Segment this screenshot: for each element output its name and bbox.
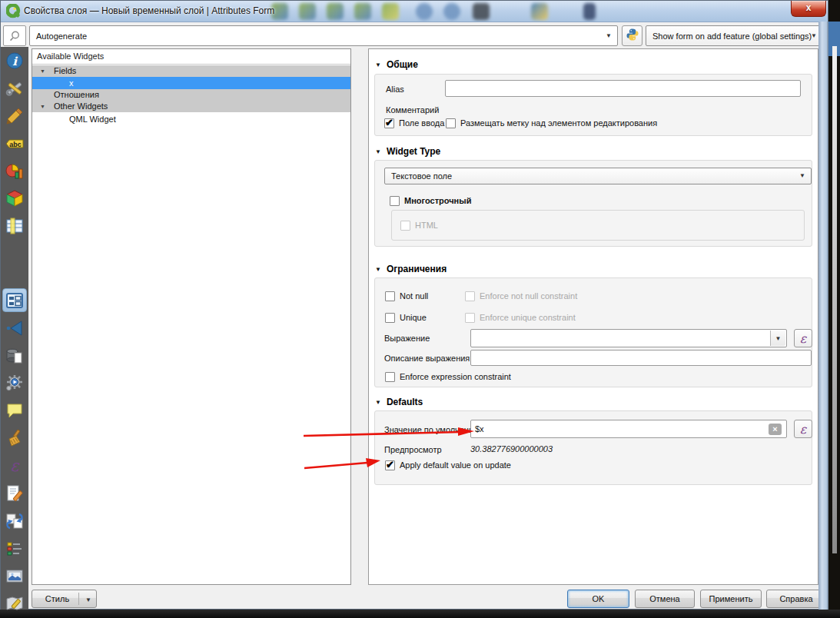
enforce-not-null-checkbox[interactable] xyxy=(465,291,475,301)
constraints-group: Not null Enforce not null constraint Uni… xyxy=(374,277,812,387)
defaults-group: Значение по умолчанию × ε Предпросмотр 3… xyxy=(374,410,812,485)
help-button[interactable]: Справка xyxy=(766,590,826,608)
section-title: Общие xyxy=(387,59,418,70)
style-button[interactable]: Стиль ▼ xyxy=(32,590,97,608)
combo-value: Autogenerate xyxy=(36,32,87,41)
default-expression-builder-button[interactable]: ε xyxy=(794,420,812,438)
expression-builder-button[interactable]: ε xyxy=(794,329,812,347)
enforce-unique-checkbox[interactable] xyxy=(465,313,475,323)
enforce-unique-label: Enforce unique constraint xyxy=(480,312,576,323)
enforce-not-null-label: Enforce not null constraint xyxy=(480,291,577,301)
server-icon[interactable] xyxy=(5,567,24,586)
collapse-arrow-icon: ▼ xyxy=(375,266,381,273)
titlebar-glass-blob xyxy=(583,3,596,20)
python-init-code-button[interactable] xyxy=(622,25,642,46)
expression-combo[interactable]: ▼ xyxy=(470,329,787,347)
unique-checkbox[interactable] xyxy=(385,313,395,323)
chevron-down-icon: ▼ xyxy=(799,172,805,179)
epsilon-icon: ε xyxy=(800,422,806,437)
tree-label: x xyxy=(69,78,74,88)
available-widgets-panel: Available Widgets ▼Fields x Отношения ▼O… xyxy=(32,48,351,585)
labels-icon[interactable]: abc xyxy=(5,135,24,153)
label-on-top-checkbox[interactable] xyxy=(446,118,456,128)
svg-text:abc: abc xyxy=(9,141,22,148)
apply-button[interactable]: Применить xyxy=(700,590,762,608)
fields-icon[interactable] xyxy=(5,217,24,235)
qgis-logo-icon xyxy=(6,4,21,18)
ok-button[interactable]: OK xyxy=(567,590,629,608)
source-icon[interactable] xyxy=(5,79,24,98)
variables-icon[interactable]: ε xyxy=(5,457,24,475)
joins-icon[interactable] xyxy=(5,319,24,337)
background-scrollbar xyxy=(832,46,837,553)
information-icon[interactable]: i xyxy=(5,52,24,70)
enforce-expression-label: Enforce expression constraint xyxy=(400,371,511,382)
html-checkbox[interactable] xyxy=(400,221,410,231)
widget-type-combo[interactable]: Текстовое поле ▼ xyxy=(384,168,812,184)
section-defaults-header[interactable]: ▼ Defaults xyxy=(375,396,423,408)
expression-label: Выражение xyxy=(384,333,430,344)
not-null-checkbox[interactable] xyxy=(385,291,395,301)
unique-label: Unique xyxy=(400,312,427,323)
button-label: Применить xyxy=(709,594,753,603)
tree-label: QML Widget xyxy=(69,115,116,124)
section-title: Ограничения xyxy=(387,264,447,274)
attributes-form-icon[interactable] xyxy=(5,291,24,310)
expand-arrow-icon[interactable]: ▼ xyxy=(40,65,45,77)
html-checkbox-label: HTML xyxy=(415,220,438,231)
symbology-icon[interactable] xyxy=(5,107,24,125)
tree-item-qml-widget[interactable]: QML Widget xyxy=(32,113,350,125)
tree-group-relations[interactable]: Отношения xyxy=(32,89,350,101)
label-on-top-checkbox-label: Размещать метку над элементом редактиров… xyxy=(460,118,657,128)
alias-input[interactable] xyxy=(445,80,801,97)
properties-filter-box[interactable] xyxy=(3,25,26,46)
tree-item-x[interactable]: x xyxy=(32,77,350,89)
not-null-label: Not null xyxy=(400,291,428,301)
titlebar: Свойства слоя — Новый временный слой | A… xyxy=(1,1,828,22)
actions-icon[interactable] xyxy=(5,374,24,392)
widget-type-group: Текстовое поле ▼ Многострочный HTML xyxy=(374,160,812,247)
search-icon xyxy=(8,30,21,45)
display-icon[interactable] xyxy=(5,401,24,420)
alias-label: Alias xyxy=(386,84,404,95)
collapse-arrow-icon: ▼ xyxy=(375,148,381,155)
tree-group-fields[interactable]: ▼Fields xyxy=(32,65,350,77)
section-general-header[interactable]: ▼ Общие xyxy=(375,58,418,71)
metadata-icon[interactable] xyxy=(5,484,24,503)
close-icon: x xyxy=(806,2,812,13)
diagrams-icon[interactable] xyxy=(5,162,24,181)
chevron-down-icon[interactable]: ▼ xyxy=(770,331,785,346)
titlebar-glass-blob xyxy=(382,3,399,20)
default-value-input[interactable] xyxy=(470,420,787,438)
button-label: Стиль xyxy=(45,594,69,603)
legend-icon[interactable] xyxy=(5,540,24,558)
titlebar-glass-blob xyxy=(354,3,371,20)
multiline-subgroup: HTML xyxy=(391,210,805,241)
editable-checkbox[interactable] xyxy=(384,118,394,128)
3d-view-icon[interactable] xyxy=(5,189,24,208)
titlebar-glass-blob xyxy=(473,3,490,20)
preview-label: Предпросмотр xyxy=(384,444,442,455)
apply-default-on-update-checkbox[interactable] xyxy=(385,460,395,470)
close-button[interactable]: x xyxy=(791,1,826,17)
cancel-button[interactable]: Отмена xyxy=(635,590,695,608)
layer-properties-dialog: Свойства слоя — Новый временный слой | A… xyxy=(0,0,828,610)
expression-description-input[interactable] xyxy=(470,350,812,366)
button-label: Справка xyxy=(779,594,812,603)
dependencies-icon[interactable] xyxy=(5,512,24,530)
titlebar-glass-blob xyxy=(327,3,344,20)
expand-arrow-icon[interactable]: ▼ xyxy=(40,101,45,112)
show-form-on-add-feature-combo[interactable]: Show form on add feature (global setting… xyxy=(646,25,823,46)
titlebar-glass-blob xyxy=(299,3,316,20)
rendering-icon[interactable] xyxy=(5,429,24,447)
multiline-checkbox[interactable] xyxy=(390,196,400,206)
tree-group-other-widgets[interactable]: ▼Other Widgets xyxy=(32,101,350,112)
auxiliary-storage-icon[interactable] xyxy=(5,347,24,365)
section-widget-type-header[interactable]: ▼ Widget Type xyxy=(375,145,440,158)
enforce-expression-checkbox[interactable] xyxy=(385,372,395,382)
tree-label: Other Widgets xyxy=(54,101,108,111)
attribute-editor-layout-combo[interactable]: Autogenerate ▼ xyxy=(29,25,618,46)
section-constraints-header[interactable]: ▼ Ограничения xyxy=(375,263,447,275)
digitizing-icon[interactable] xyxy=(5,594,24,613)
clear-input-icon[interactable]: × xyxy=(769,424,782,435)
